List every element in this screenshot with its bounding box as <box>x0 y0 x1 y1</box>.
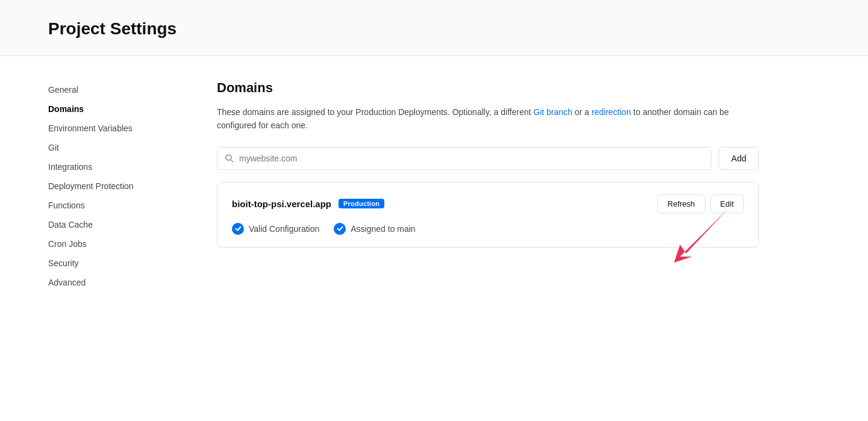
redirection-link[interactable]: redirection <box>592 107 631 117</box>
sidebar-item-deployment-protection[interactable]: Deployment Protection <box>48 176 169 196</box>
sidebar-item-git[interactable]: Git <box>48 138 169 157</box>
assigned-main-label: Assigned to main <box>351 224 415 234</box>
page-title: Project Settings <box>48 19 820 39</box>
domain-card-header: bioit-top-psi.vercel.app Production Refr… <box>232 195 744 213</box>
assigned-main-check-icon <box>334 223 346 235</box>
description-text-middle: or a <box>572 107 592 117</box>
svg-marker-2 <box>674 208 728 263</box>
search-input-wrapper <box>217 147 711 170</box>
sidebar-item-environment-variables[interactable]: Environment Variables <box>48 119 169 138</box>
sidebar-item-integrations[interactable]: Integrations <box>48 157 169 176</box>
refresh-button[interactable]: Refresh <box>657 195 705 213</box>
page-header: Project Settings <box>0 0 868 56</box>
sidebar-item-cron-jobs[interactable]: Cron Jobs <box>48 234 169 254</box>
description-text-before: These domains are assigned to your Produ… <box>217 107 534 117</box>
add-domain-button[interactable]: Add <box>719 147 759 170</box>
git-branch-link[interactable]: Git branch <box>534 107 573 117</box>
sidebar-item-functions[interactable]: Functions <box>48 196 169 215</box>
valid-config-check-icon <box>232 223 244 235</box>
search-add-row: Add <box>217 147 759 170</box>
sidebar-item-data-cache[interactable]: Data Cache <box>48 215 169 234</box>
domain-search-input[interactable] <box>239 148 704 169</box>
valid-config-label: Valid Configuration <box>249 224 319 234</box>
status-valid-configuration: Valid Configuration <box>232 223 319 235</box>
domain-status-row: Valid Configuration Assigned to main <box>232 223 744 235</box>
main-content: Domains These domains are assigned to yo… <box>217 80 759 292</box>
sidebar-item-general[interactable]: General <box>48 80 169 99</box>
sidebar-item-domains[interactable]: Domains <box>48 99 169 119</box>
sidebar-item-advanced[interactable]: Advanced <box>48 273 169 292</box>
domains-section-title: Domains <box>217 80 759 96</box>
domain-card: bioit-top-psi.vercel.app Production Refr… <box>217 182 759 248</box>
svg-line-1 <box>231 160 234 162</box>
status-assigned-to-main: Assigned to main <box>334 223 415 235</box>
edit-button[interactable]: Edit <box>710 195 744 213</box>
sidebar-item-security[interactable]: Security <box>48 254 169 273</box>
domain-actions: Refresh Edit <box>657 195 744 213</box>
sidebar: General Domains Environment Variables Gi… <box>48 80 169 292</box>
domain-name: bioit-top-psi.vercel.app <box>232 199 331 209</box>
production-badge: Production <box>339 199 384 208</box>
domains-description: These domains are assigned to your Produ… <box>217 105 759 133</box>
page-body: General Domains Environment Variables Gi… <box>0 56 868 316</box>
domain-info: bioit-top-psi.vercel.app Production <box>232 199 384 209</box>
search-icon <box>225 154 234 163</box>
svg-point-0 <box>226 155 231 160</box>
